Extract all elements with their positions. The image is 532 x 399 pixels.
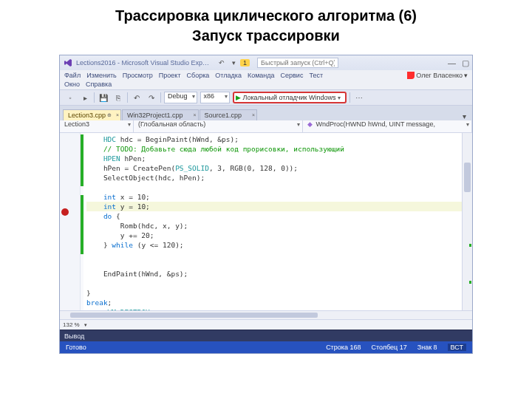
- code-line[interactable]: y += 20;: [86, 231, 462, 240]
- tab-lection3[interactable]: Lection3.cpp ⊕ ×: [63, 109, 121, 120]
- scroll-mark: [469, 244, 471, 247]
- code-line[interactable]: hPen = CreatePen(PS_SOLID, 3, RGB(0, 128…: [86, 163, 462, 173]
- tab-source1[interactable]: Source1.cpp ×: [200, 109, 258, 120]
- start-debug-button[interactable]: ▶ Локальный отладчик Windows ▾: [233, 92, 347, 103]
- code-line[interactable]: Romb(hdc, x, y);: [86, 221, 462, 231]
- code-line[interactable]: break;: [86, 298, 462, 307]
- statusbar: Готово Строка 168 Столбец 17 Знак 8 ВСТ: [60, 341, 472, 353]
- nav-function-label: WndProc(HWND hWnd, UINT message,: [316, 120, 435, 128]
- flag-icon: [407, 72, 415, 79]
- menu-view[interactable]: Просмотр: [123, 72, 153, 79]
- minimize-button[interactable]: —: [448, 58, 456, 68]
- vs-window: Lections2016 - Microsoft Visual Studio E…: [59, 55, 473, 354]
- code-line[interactable]: int x = 10;: [86, 192, 462, 202]
- code-line[interactable]: SelectObject(hdc, hPen);: [86, 173, 462, 183]
- close-icon[interactable]: ×: [252, 112, 255, 117]
- chevron-down-icon: ▾: [338, 95, 341, 101]
- zoom-dropdown-icon[interactable]: ▾: [84, 322, 87, 328]
- quick-launch-input[interactable]: [257, 58, 338, 68]
- nav-function-combo[interactable]: ◆ WndProc(HWND hWnd, UINT message,: [303, 120, 472, 132]
- status-col: Столбец 17: [371, 344, 406, 351]
- code-line[interactable]: HPEN hPen;: [86, 154, 462, 163]
- undo-icon2[interactable]: ↶: [131, 92, 143, 103]
- tab-menu-icon[interactable]: ▾: [463, 112, 469, 120]
- maximize-button[interactable]: ▢: [462, 58, 469, 68]
- window-title: Lections2016 - Microsoft Visual Studio E…: [76, 59, 209, 66]
- config-combo[interactable]: Debug: [164, 92, 197, 103]
- toolbar: ◦ ▸ 💾 ⎘ ↶ ↷ Debug x86 ▶ Локальный отладч…: [60, 89, 472, 106]
- code-line[interactable]: [86, 250, 462, 259]
- code-line[interactable]: int y = 10;: [86, 202, 462, 211]
- account-name: Олег Власенко: [416, 72, 463, 79]
- close-icon[interactable]: ×: [194, 112, 197, 117]
- code-line[interactable]: [86, 259, 462, 269]
- redo-icon[interactable]: ↷: [146, 92, 157, 103]
- breakpoint-gutter[interactable]: [60, 133, 70, 310]
- editor-footer: 132 % ▾: [60, 319, 472, 330]
- titlebar-tools: ↶ ▾ 1: [216, 58, 250, 68]
- menubar-row2: Окно Справка: [60, 81, 472, 89]
- titlebar: Lections2016 - Microsoft Visual Studio E…: [60, 55, 472, 70]
- menu-window[interactable]: Окно: [64, 81, 80, 88]
- menu-tools[interactable]: Сервис: [281, 72, 304, 79]
- nav-scope-combo[interactable]: (Глобальная область): [134, 120, 303, 132]
- menu-help[interactable]: Справка: [86, 81, 112, 88]
- breakpoint-icon[interactable]: [61, 208, 69, 216]
- menubar: Файл Изменить Просмотр Проект Сборка Отл…: [60, 70, 472, 81]
- save-all-icon[interactable]: ⎘: [112, 92, 124, 103]
- vertical-scrollbar[interactable]: [462, 133, 472, 310]
- nav-back-icon[interactable]: ◦: [64, 92, 76, 103]
- menu-test[interactable]: Тест: [309, 72, 323, 79]
- tab-win32project1[interactable]: Win32Project1.cpp ×: [122, 109, 199, 120]
- nav-fwd-icon[interactable]: ▸: [79, 92, 91, 103]
- horizontal-scrollbar[interactable]: [60, 310, 472, 319]
- tb-extra1-icon[interactable]: ⋯: [353, 92, 365, 103]
- notification-badge[interactable]: 1: [240, 59, 250, 66]
- output-title: Вывод: [64, 332, 84, 340]
- save-icon[interactable]: 💾: [98, 92, 109, 103]
- output-panel[interactable]: Вывод: [60, 330, 472, 341]
- play-icon: ▶: [236, 94, 241, 101]
- scroll-thumb[interactable]: [464, 163, 471, 192]
- window-controls: — ▢: [448, 58, 469, 68]
- vs-logo-icon: [63, 58, 73, 68]
- code-line[interactable]: [86, 279, 462, 288]
- menu-build[interactable]: Сборка: [187, 72, 210, 79]
- status-char: Знак 8: [417, 344, 437, 351]
- scroll-mark: [469, 281, 471, 284]
- menu-team[interactable]: Команда: [248, 72, 275, 79]
- code-line[interactable]: EndPaint(hWnd, &ps);: [86, 269, 462, 279]
- code-line[interactable]: do {: [86, 211, 462, 221]
- tab-label: Win32Project1.cpp: [127, 112, 183, 119]
- slide-subtitle: Запуск трассировки: [0, 27, 532, 50]
- code-line[interactable]: } while (y <= 120);: [86, 240, 462, 250]
- editor-area: HDC hdc = BeginPaint(hWnd, &ps); // TODO…: [60, 133, 472, 310]
- status-line: Строка 168: [326, 344, 361, 351]
- tab-label: Source1.cpp: [205, 112, 242, 119]
- code-line[interactable]: // TODO: Добавьте сюда любой код прорисо…: [86, 144, 462, 154]
- status-ready: Готово: [66, 344, 86, 351]
- status-ins[interactable]: ВСТ: [448, 344, 466, 351]
- menu-debug[interactable]: Отладка: [215, 72, 242, 79]
- nav-scope-label: (Глобальная область): [138, 120, 205, 128]
- account-area[interactable]: Олег Власенко ▾: [407, 72, 468, 79]
- menu-project[interactable]: Проект: [159, 72, 181, 79]
- nav-project-label: Lection3: [64, 120, 89, 128]
- menu-file[interactable]: Файл: [64, 72, 81, 79]
- code-line[interactable]: HDC hdc = BeginPaint(hWnd, &ps);: [86, 134, 462, 144]
- platform-combo[interactable]: x86: [200, 92, 230, 103]
- dropdown-icon[interactable]: ▾: [228, 58, 239, 68]
- outline-gutter[interactable]: [70, 133, 81, 310]
- nav-project-combo[interactable]: Lection3: [60, 120, 134, 132]
- scroll-thumb[interactable]: [70, 313, 318, 318]
- undo-icon[interactable]: ↶: [216, 58, 227, 68]
- code-editor[interactable]: HDC hdc = BeginPaint(hWnd, &ps); // TODO…: [83, 133, 462, 310]
- code-line[interactable]: [86, 183, 462, 192]
- method-icon: ◆: [307, 120, 313, 128]
- code-line[interactable]: }: [86, 288, 462, 298]
- debug-target-label: Локальный отладчик Windows: [243, 94, 336, 101]
- zoom-level[interactable]: 132 %: [63, 321, 80, 328]
- close-icon[interactable]: ×: [116, 112, 119, 117]
- menu-edit[interactable]: Изменить: [86, 72, 117, 79]
- pin-icon[interactable]: ⊕: [107, 112, 112, 118]
